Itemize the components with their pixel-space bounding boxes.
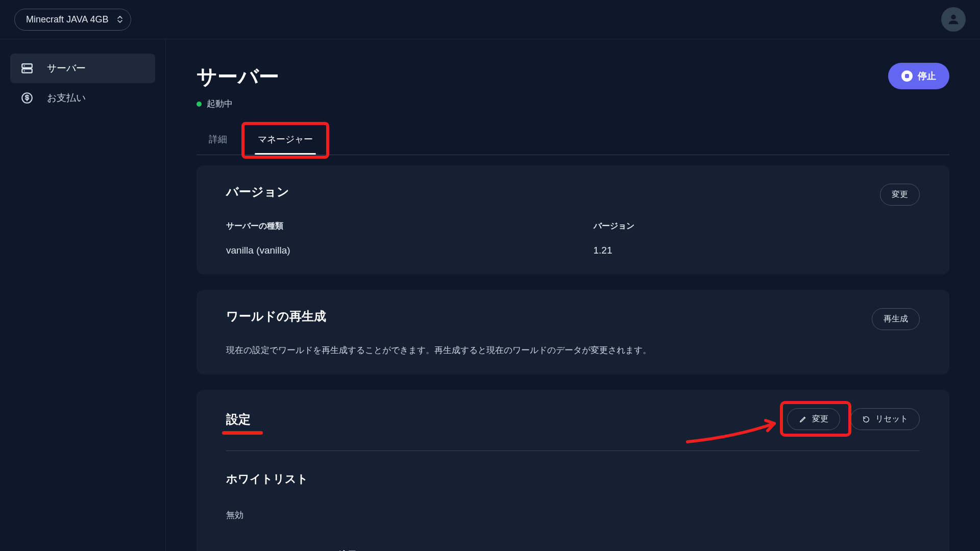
regenerate-button[interactable]: 再生成: [872, 308, 920, 330]
whitelist-value: 無効: [226, 509, 920, 521]
world-regen-card: ワールドの再生成 再生成 現在の設定でワールドを再生成することができます。再生成…: [197, 290, 949, 374]
dollar-circle-icon: [20, 91, 34, 105]
tabs: 詳細 マネージャー: [197, 125, 949, 155]
version-value: 1.21: [594, 245, 920, 256]
stop-button[interactable]: 停止: [888, 63, 949, 89]
server-selector-label: Minecraft JAVA 4GB: [26, 14, 108, 24]
user-icon: [946, 12, 961, 27]
sidebar-item-label: お支払い: [47, 91, 86, 105]
sidebar-item-server[interactable]: サーバー: [10, 54, 155, 83]
svg-point-3: [24, 65, 25, 66]
server-type-value: vanilla (vanilla): [226, 245, 553, 256]
annotation-underline: [222, 431, 263, 435]
settings-reset-button[interactable]: リセット: [850, 408, 920, 430]
content: サーバー 起動中 停止 詳細 マネージャー バージョン: [166, 39, 980, 551]
tab-manager[interactable]: マネージャー: [246, 125, 325, 155]
page-title: サーバー: [197, 63, 279, 91]
svg-point-4: [24, 70, 25, 71]
settings-button-row: 変更 リセット: [787, 408, 920, 430]
version-card-title: バージョン: [226, 184, 289, 200]
svg-point-0: [951, 15, 955, 19]
tab-detail[interactable]: 詳細: [197, 125, 239, 155]
pencil-icon: [799, 415, 807, 423]
version-card: バージョン 変更 サーバーの種類 vanilla (vanilla) バージョン…: [197, 165, 949, 274]
sidebar: サーバー お支払い: [0, 39, 166, 551]
sidebar-item-label: サーバー: [47, 62, 86, 75]
version-change-button[interactable]: 変更: [880, 184, 920, 206]
status-row: 起動中: [197, 98, 279, 110]
server-type-label: サーバーの種類: [226, 221, 553, 232]
topbar: Minecraft JAVA 4GB: [0, 0, 980, 39]
whitelist-label: ホワイトリスト: [226, 471, 920, 487]
status-dot-running: [197, 102, 202, 107]
stop-icon: [901, 70, 913, 82]
version-label: バージョン: [594, 221, 920, 232]
apply-whitelist-label: サーバーにホワイトリストを適用: [226, 549, 920, 551]
settings-card: 設定 変更 リセット: [197, 390, 949, 551]
settings-title: 設定: [226, 411, 251, 428]
world-regen-description: 現在の設定でワールドを再生成することができます。再生成すると現在のワールドのデー…: [226, 344, 920, 356]
world-regen-title: ワールドの再生成: [226, 308, 326, 324]
chevron-updown-icon: [117, 16, 122, 23]
svg-rect-1: [22, 64, 32, 68]
status-text: 起動中: [207, 98, 233, 110]
annotation-arrow: [685, 417, 787, 448]
sidebar-item-billing[interactable]: お支払い: [10, 83, 155, 113]
settings-change-button[interactable]: 変更: [787, 408, 840, 430]
stop-button-label: 停止: [918, 70, 936, 82]
server-selector[interactable]: Minecraft JAVA 4GB: [14, 9, 131, 31]
refresh-icon: [862, 415, 870, 423]
server-icon: [20, 62, 34, 75]
svg-rect-2: [22, 69, 32, 73]
avatar[interactable]: [941, 7, 966, 32]
